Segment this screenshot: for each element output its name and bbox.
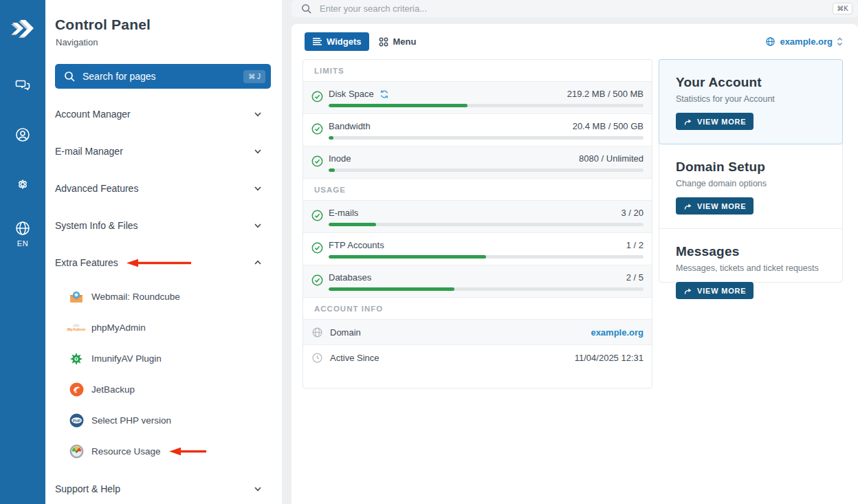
table-row-disk-space: Disk Space 219.2 MB / 500 MB bbox=[303, 82, 652, 114]
globe-icon bbox=[14, 220, 31, 237]
user-account-icon[interactable] bbox=[0, 127, 45, 143]
keyboard-shortcut-badge: ⌘ J bbox=[243, 70, 265, 83]
subitem-label: ImunifyAV Plugin bbox=[91, 353, 162, 364]
account-stats-widget: LIMITS Disk Space 219.2 MB / 500 MB bbox=[302, 59, 652, 388]
selected-domain: example.org bbox=[780, 36, 833, 47]
resource-usage-icon bbox=[69, 444, 84, 459]
redirect-arrow-icon bbox=[683, 202, 692, 210]
up-down-chevrons-icon bbox=[837, 37, 843, 46]
usage-label: Databases bbox=[329, 272, 371, 283]
limit-value: 219.2 MB / 500 MB bbox=[567, 89, 644, 99]
domain-selector[interactable]: example.org bbox=[765, 36, 843, 47]
card-title: Your Account bbox=[676, 75, 828, 90]
directadmin-logo-icon[interactable] bbox=[9, 15, 36, 43]
sidebar-item-account-manager[interactable]: Account Manager bbox=[45, 96, 282, 133]
clock-icon bbox=[311, 352, 323, 364]
annotation-arrow bbox=[126, 259, 192, 267]
view-more-button[interactable]: VIEW MORE bbox=[676, 282, 754, 299]
grid-dots-icon bbox=[379, 37, 388, 47]
settings-gear-icon[interactable] bbox=[0, 176, 45, 193]
widgets-tab[interactable]: Widgets bbox=[305, 32, 369, 51]
sidebar-item-imunifyav-plugin[interactable]: ImunifyAV Plugin bbox=[45, 343, 282, 374]
page-subtitle: Navigation bbox=[56, 37, 282, 47]
view-more-button[interactable]: VIEW MORE bbox=[676, 113, 754, 130]
extra-features-submenu: Webmail: Roundcube php MyAdmin phpMyAdmi… bbox=[45, 281, 282, 467]
subitem-label: Resource Usage bbox=[91, 446, 161, 457]
main-content: Widgets Menu example.org LIMITS bbox=[292, 24, 858, 504]
account-info-section-header: ACCOUNT INFO bbox=[303, 298, 652, 320]
card-your-account[interactable]: Your Account Statistics for your Account… bbox=[659, 59, 843, 144]
tickets-messages-icon[interactable] bbox=[0, 77, 45, 94]
card-subtitle: Messages, tickets and ticket requests bbox=[676, 263, 828, 273]
limit-label: Disk Space bbox=[329, 89, 374, 99]
page-title: Control Panel bbox=[55, 17, 282, 33]
sidebar-item-system-info-files[interactable]: System Info & Files bbox=[45, 207, 282, 244]
sidebar-item-advanced-features[interactable]: Advanced Features bbox=[45, 170, 282, 207]
redirect-arrow-icon bbox=[683, 287, 692, 295]
chevron-down-icon bbox=[253, 184, 263, 193]
limit-value: 20.4 MB / 500 GB bbox=[573, 121, 644, 131]
limits-section-header: LIMITS bbox=[303, 60, 652, 82]
table-row-bandwidth: Bandwidth 20.4 MB / 500 GB bbox=[303, 114, 652, 146]
usage-value: 3 / 20 bbox=[621, 208, 644, 218]
check-circle-icon bbox=[311, 274, 323, 289]
language-code: EN bbox=[17, 239, 28, 248]
section-label: Support & Help bbox=[55, 483, 120, 494]
search-for-pages-button[interactable]: Search for pages ⌘ J bbox=[55, 64, 271, 89]
jetbackup-icon bbox=[69, 382, 84, 397]
menu-tab[interactable]: Menu bbox=[379, 32, 416, 51]
navigation-panel: Control Panel Navigation Search for page… bbox=[45, 0, 282, 504]
menu-tab-label: Menu bbox=[393, 36, 416, 47]
global-search-bar: ⌘K bbox=[292, 0, 858, 17]
php-version-icon: PHP bbox=[69, 413, 84, 428]
annotation-arrow bbox=[169, 447, 208, 456]
phpmyadmin-icon: php MyAdmin bbox=[69, 320, 84, 336]
chevron-up-icon bbox=[253, 258, 263, 267]
progress-bar bbox=[329, 255, 644, 259]
section-label: Advanced Features bbox=[55, 183, 138, 194]
search-input[interactable] bbox=[320, 3, 833, 14]
sidebar-item-select-php-version[interactable]: PHP Select PHP version bbox=[45, 405, 282, 436]
globe-icon bbox=[765, 36, 776, 47]
sidebar-item-extra-features[interactable]: Extra Features bbox=[45, 244, 282, 281]
usage-value: 2 / 5 bbox=[626, 272, 644, 283]
check-circle-icon bbox=[311, 155, 323, 170]
view-more-label: VIEW MORE bbox=[697, 202, 746, 210]
view-more-button[interactable]: VIEW MORE bbox=[676, 197, 754, 215]
table-row-active-since: Active Since 11/04/2025 12:31 bbox=[303, 345, 652, 371]
progress-bar bbox=[329, 168, 644, 172]
chevron-down-icon bbox=[253, 109, 263, 119]
list-lines-icon bbox=[313, 37, 322, 46]
sidebar-item-jetbackup[interactable]: JetBackup bbox=[45, 374, 282, 405]
language-selector[interactable]: EN bbox=[0, 220, 45, 248]
card-domain-setup[interactable]: Domain Setup Change domain options VIEW … bbox=[659, 144, 842, 229]
shortcut-cards-panel: Your Account Statistics for your Account… bbox=[659, 59, 843, 283]
dashboard-toolbar: Widgets Menu example.org bbox=[292, 24, 858, 59]
svg-text:PHP: PHP bbox=[72, 419, 80, 423]
panel-gutter bbox=[282, 0, 292, 504]
chevron-down-icon bbox=[253, 484, 263, 494]
card-messages[interactable]: Messages Messages, tickets and ticket re… bbox=[659, 229, 842, 313]
domain-link[interactable]: example.org bbox=[591, 327, 644, 338]
card-title: Domain Setup bbox=[676, 160, 828, 175]
card-title: Messages bbox=[676, 244, 828, 259]
keyboard-shortcut-badge: ⌘K bbox=[833, 3, 852, 14]
check-circle-icon bbox=[311, 210, 323, 224]
sidebar-item-webmail-roundcube[interactable]: Webmail: Roundcube bbox=[45, 281, 282, 312]
usage-label: E-mails bbox=[329, 208, 358, 218]
refresh-icon[interactable] bbox=[380, 89, 389, 99]
sidebar-item-support-help[interactable]: Support & Help bbox=[45, 470, 282, 504]
progress-bar bbox=[329, 223, 644, 226]
chevron-down-icon bbox=[253, 146, 263, 156]
limit-label: Inode bbox=[329, 153, 351, 164]
check-circle-icon bbox=[311, 242, 323, 256]
subitem-label: JetBackup bbox=[91, 384, 135, 395]
chevron-down-icon bbox=[253, 221, 263, 230]
sidebar-item-email-manager[interactable]: E-mail Manager bbox=[45, 133, 282, 170]
sidebar-item-phpmyadmin[interactable]: php MyAdmin phpMyAdmin bbox=[45, 312, 282, 343]
redirect-arrow-icon bbox=[683, 118, 692, 126]
section-label: E-mail Manager bbox=[55, 146, 123, 157]
limit-value: 8080 / Unlimited bbox=[579, 153, 644, 164]
sidebar-item-resource-usage[interactable]: Resource Usage bbox=[45, 436, 282, 467]
table-row-databases: Databases 2 / 5 bbox=[303, 265, 652, 298]
